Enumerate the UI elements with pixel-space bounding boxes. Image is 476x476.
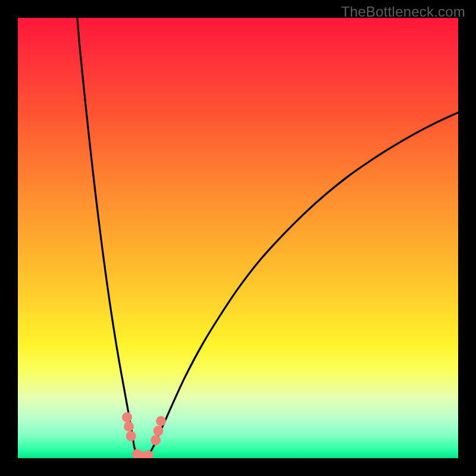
- curve-markers: [122, 412, 166, 458]
- curve-marker: [124, 421, 134, 431]
- curve-marker: [143, 450, 154, 458]
- plot-area: [18, 18, 458, 458]
- curve-marker: [154, 426, 164, 436]
- watermark-text: TheBottleneck.com: [341, 4, 465, 20]
- chart-frame: TheBottleneck.com: [0, 0, 476, 476]
- curve-marker: [122, 412, 132, 422]
- bottleneck-curve: [18, 18, 458, 458]
- curve-marker: [156, 416, 166, 426]
- curve-marker: [151, 435, 161, 445]
- curve-path: [77, 18, 458, 458]
- curve-marker: [126, 431, 136, 441]
